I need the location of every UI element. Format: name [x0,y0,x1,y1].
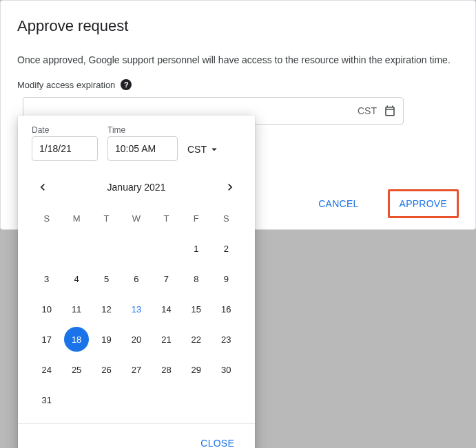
calendar-day[interactable]: 30 [214,357,238,382]
calendar-cell: 27 [121,357,151,382]
calendar-cell: 22 [181,327,211,352]
calendar-cell: 5 [92,266,121,291]
picker-actions: CLOSE [18,423,255,448]
calendar-cell: 10 [32,297,61,321]
prev-month-button[interactable] [33,178,52,197]
calendar-day[interactable]: 29 [184,357,209,382]
calendar-cell: 18 [61,327,91,352]
date-field-label: Date [32,125,98,135]
modify-expiration-label: Modify access expiration [17,80,115,90]
dow-header: W [121,206,151,231]
calendar-day[interactable]: 8 [184,266,209,291]
picker-inputs-row: Date Time CST [32,125,241,161]
calendar-cell: 17 [32,327,61,352]
date-field: Date [32,125,98,161]
calendar-cell: 14 [152,297,181,321]
calendar-cell: 28 [152,357,181,382]
calendar-cell: 25 [61,357,91,382]
next-month-button[interactable] [220,178,240,197]
calendar-day[interactable]: 2 [214,236,238,261]
calendar-day[interactable]: 10 [34,297,59,321]
timezone-badge: CST [358,105,377,116]
calendar-day[interactable]: 12 [94,297,119,321]
help-icon[interactable]: ? [121,79,132,90]
chevron-down-icon [208,143,220,156]
timezone-selector[interactable]: CST [187,143,220,161]
month-year-label: January 2021 [107,182,166,193]
dow-header: S [211,206,241,231]
calendar-cell: 7 [152,266,181,291]
calendar-day[interactable]: 20 [124,327,149,352]
calendar-cell: 16 [211,297,241,321]
calendar-day[interactable]: 23 [214,327,238,352]
calendar-cell: 4 [61,266,91,291]
calendar-cell [211,387,241,412]
calendar-day[interactable]: 26 [94,357,119,382]
calendar-cell: 6 [121,266,151,291]
time-input[interactable] [107,136,178,161]
calendar-day[interactable]: 31 [34,387,59,412]
calendar-cell: 30 [211,357,241,382]
calendar-cell [152,387,181,412]
calendar-cell: 15 [181,297,211,321]
calendar-day[interactable]: 24 [34,357,59,382]
timezone-value: CST [187,144,207,155]
calendar-day[interactable]: 22 [184,327,209,352]
calendar-cell: 19 [92,327,121,352]
calendar-cell: 24 [32,357,61,382]
close-button[interactable]: CLOSE [191,431,244,448]
calendar-cell [92,236,121,261]
chevron-left-icon [36,180,50,194]
calendar-day[interactable]: 11 [64,297,89,321]
calendar-day[interactable]: 19 [94,327,119,352]
calendar-cell: 23 [211,327,241,352]
approve-button[interactable]: APPROVE [390,191,457,216]
calendar-day[interactable]: 25 [64,357,89,382]
calendar-day[interactable]: 17 [34,327,59,352]
calendar-day[interactable]: 3 [34,266,59,291]
chevron-right-icon [223,180,237,194]
calendar-day[interactable]: 1 [184,236,209,261]
calendar-cell: 31 [32,387,61,412]
dialog-description: Once approved, Google support personnel … [17,54,459,65]
calendar-day[interactable]: 5 [94,266,119,291]
calendar-day[interactable]: 15 [184,297,209,321]
calendar-day[interactable]: 9 [214,266,238,291]
calendar-cell [61,387,91,412]
dow-header: T [92,206,121,231]
calendar-day[interactable]: 18 [64,327,89,352]
calendar-cell: 9 [211,266,241,291]
calendar-day[interactable]: 28 [154,357,178,382]
calendar-day[interactable]: 13 [124,297,149,321]
calendar-day[interactable]: 4 [64,266,89,291]
calendar-cell [181,387,211,412]
dow-header: T [152,206,181,231]
dow-header: S [32,206,61,231]
calendar-cell: 8 [181,266,211,291]
calendar-day[interactable]: 14 [154,297,178,321]
calendar-cell: 2 [211,236,241,261]
calendar-icon [384,105,396,117]
calendar-cell: 20 [121,327,151,352]
calendar-cell [92,387,121,412]
calendar-day[interactable]: 21 [154,327,178,352]
calendar-day[interactable]: 16 [214,297,238,321]
modify-expiration-row: Modify access expiration ? [17,79,459,90]
calendar-cell: 12 [92,297,121,321]
approve-button-highlight: APPROVE [388,189,459,218]
cancel-button[interactable]: CANCEL [309,191,368,216]
calendar-cell [121,387,151,412]
calendar-cell: 1 [181,236,211,261]
date-input[interactable] [32,136,98,161]
calendar-cell: 11 [61,297,91,321]
time-field-label: Time [107,125,178,135]
dow-header: M [61,206,91,231]
calendar-day[interactable]: 6 [124,266,149,291]
month-navigation: January 2021 [32,173,241,201]
calendar-cell [61,236,91,261]
calendar-cell: 29 [181,357,211,382]
calendar-day[interactable]: 27 [124,357,149,382]
dialog-actions: CANCEL APPROVE [309,189,459,218]
calendar-cell [152,236,181,261]
calendar-day[interactable]: 7 [154,266,178,291]
